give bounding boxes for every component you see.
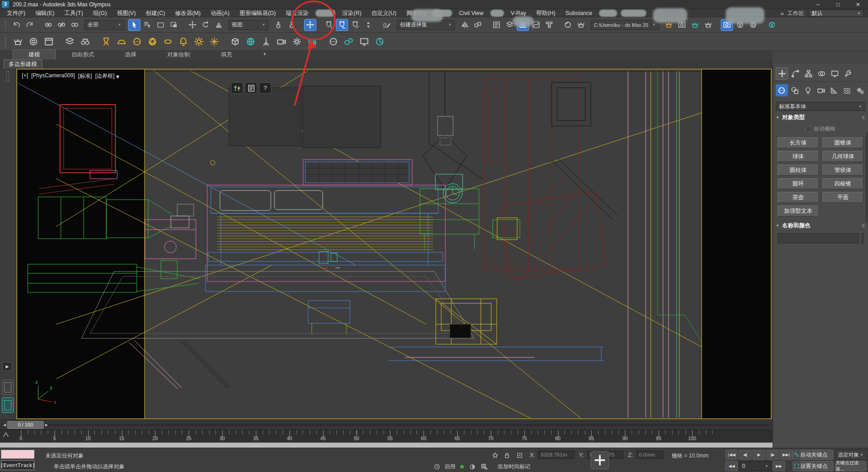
menu-item-rayvision-render[interactable]: 瑞云渲染 — [281, 9, 314, 17]
key-tangent-icon[interactable] — [793, 450, 801, 460]
rectangular-selection-icon[interactable] — [155, 19, 167, 31]
viewport-layout-tab-active[interactable] — [2, 397, 14, 413]
edit-named-selection-sets-icon[interactable] — [381, 19, 393, 31]
transport-button[interactable]: |◀◀ — [725, 450, 738, 460]
ies-light-icon[interactable] — [176, 35, 190, 49]
tab-modeling[interactable]: 建模 — [13, 50, 56, 60]
tab-create[interactable] — [776, 67, 788, 80]
material-editor-icon[interactable] — [562, 19, 574, 31]
selection-filter-dropdown[interactable]: 全部▼ — [85, 20, 125, 30]
z-coordinate-field[interactable]: 0.0mm — [636, 451, 663, 459]
menu-item[interactable]: V-Ray — [506, 9, 531, 17]
camera-viewport[interactable]: [+][PhysCamera009][标准][边界框] ▼ ? z y x — [16, 69, 772, 419]
menu-item[interactable]: 渲染(R) — [337, 9, 366, 17]
toolbar-drag-handle[interactable] — [5, 36, 7, 47]
layers-icon[interactable] — [63, 35, 77, 49]
teapot-icon[interactable] — [11, 35, 25, 49]
selection-lock-icon[interactable] — [502, 451, 512, 460]
scene-explorer-icon[interactable] — [490, 19, 503, 31]
forest-tools-button[interactable] — [231, 82, 243, 94]
panel-scrollbar[interactable] — [866, 132, 868, 223]
tab-selection[interactable]: 选择 — [110, 50, 152, 60]
spot-light-icon[interactable] — [99, 35, 113, 49]
object-name-field[interactable] — [778, 233, 859, 243]
tab-populate[interactable]: 填充 — [205, 50, 248, 60]
menu-item[interactable] — [490, 10, 504, 17]
material-sphere-icon[interactable] — [326, 35, 340, 49]
ribbon-more-dropdown[interactable]: ▼ — [263, 52, 267, 58]
toolbar-drag-handle[interactable] — [5, 20, 7, 30]
select-and-manipulate-icon[interactable] — [304, 19, 316, 31]
absolute-mode-icon[interactable] — [514, 451, 524, 460]
subtab-lights[interactable] — [802, 84, 814, 96]
track-bar-ruler[interactable]: 0510152025303540455055606570758085909510… — [0, 430, 773, 442]
subtab-shapes[interactable] — [789, 84, 801, 96]
tab-display[interactable] — [828, 67, 841, 80]
unlink-icon[interactable] — [55, 19, 68, 31]
transport-button[interactable]: ▶▶| — [780, 450, 793, 460]
menu-item[interactable]: 编辑(E) — [30, 9, 60, 17]
snap-toggle-3d-icon[interactable] — [323, 19, 335, 31]
key-mode-toggle-icon[interactable] — [793, 461, 801, 471]
menu-item[interactable]: 动画(A) — [205, 9, 234, 17]
box-icon[interactable] — [228, 35, 242, 49]
bind-to-space-warp-icon[interactable] — [69, 19, 81, 31]
viewport-label-part[interactable]: [边界框] — [95, 72, 115, 80]
previous-key-button[interactable]: ◀◀ — [725, 461, 738, 471]
help-button[interactable]: ? — [259, 82, 271, 94]
select-and-rotate-icon[interactable] — [200, 19, 212, 31]
next-key-button[interactable]: ▶▶ — [773, 461, 785, 471]
subtab-helpers[interactable] — [828, 84, 840, 96]
transport-button[interactable]: ▶ — [753, 450, 765, 460]
crossing-selection-icon[interactable] — [168, 19, 180, 31]
menu-item[interactable]: 自定义(U) — [366, 9, 401, 17]
transport-button[interactable]: ◀| — [739, 450, 752, 460]
add-time-tag-label[interactable]: 添加时间标记 — [498, 463, 530, 471]
close-button[interactable]: ✕ — [848, 0, 868, 9]
x-coordinate-field[interactable]: 5328.761m — [538, 451, 574, 459]
project-path-dropdown[interactable]: C:\Users\ku···ds Max 2024▼ — [591, 20, 659, 30]
flyout-arrow-button[interactable]: ▶ — [2, 362, 12, 371]
select-object-icon[interactable] — [128, 19, 140, 31]
maxscript-listener-line[interactable]: [EventTrack] — [1, 460, 35, 470]
viewport-label-part[interactable]: [+] — [22, 72, 28, 80]
menu-item[interactable] — [315, 10, 335, 17]
tab-motion[interactable] — [815, 67, 828, 80]
rollout-object-type[interactable]: ▼ 对象类型 ⠿ — [776, 114, 865, 121]
object-color-swatch[interactable] — [862, 233, 863, 243]
transport-button[interactable]: |▶ — [766, 450, 779, 460]
tab-polygon-modeling[interactable]: 多边形建模 — [4, 60, 42, 69]
workspace-dropdown[interactable]: 默认▼ — [809, 10, 863, 17]
menu-item[interactable]: 视图(V) — [112, 9, 141, 17]
subtab-geometry[interactable] — [776, 84, 788, 96]
tab-hierarchy[interactable] — [802, 67, 814, 80]
menu-item[interactable]: 修改器(M) — [170, 9, 205, 17]
tab-utilities[interactable] — [842, 67, 854, 80]
render-window-icon[interactable] — [42, 35, 56, 49]
current-frame-field[interactable]: 0▼ — [739, 461, 772, 471]
viewport-label-part[interactable]: [标准] — [78, 72, 92, 80]
maxscript-mini-listener[interactable] — [1, 450, 35, 459]
enable-label[interactable]: 启用 — [444, 463, 455, 471]
isolate-selection-icon[interactable] — [490, 451, 500, 460]
time-back-arrow[interactable]: ◀ — [2, 421, 7, 428]
sphere-pie-icon[interactable] — [373, 35, 387, 49]
autogrid-checkbox[interactable] — [806, 126, 811, 132]
subtab-cameras[interactable] — [815, 84, 827, 96]
menu-item[interactable]: 图形编辑器(D) — [234, 9, 281, 17]
viewport-label-part[interactable]: [PhysCamera009] — [31, 72, 75, 80]
tab-freeform[interactable]: 自由形式 — [56, 50, 110, 60]
time-slider[interactable]: ◀ 0 / 100 ▶ — [0, 419, 773, 430]
subtab-space-warps[interactable] — [841, 84, 853, 96]
object-category-dropdown[interactable]: 标准基本体 ▼ — [776, 102, 865, 111]
menu-item[interactable]: Civil View — [454, 9, 489, 17]
menu-item[interactable]: 帮助(H) — [531, 9, 560, 17]
environment-icon[interactable] — [244, 35, 258, 49]
disc-light-icon[interactable] — [161, 35, 175, 49]
add-time-tag-plus-button[interactable] — [591, 451, 609, 469]
track-bar[interactable] — [0, 442, 773, 448]
redo-icon[interactable] — [24, 19, 36, 31]
mirror-icon[interactable] — [459, 19, 471, 31]
display-icon[interactable] — [357, 35, 371, 49]
angle-snap-toggle-icon[interactable] — [336, 19, 348, 31]
